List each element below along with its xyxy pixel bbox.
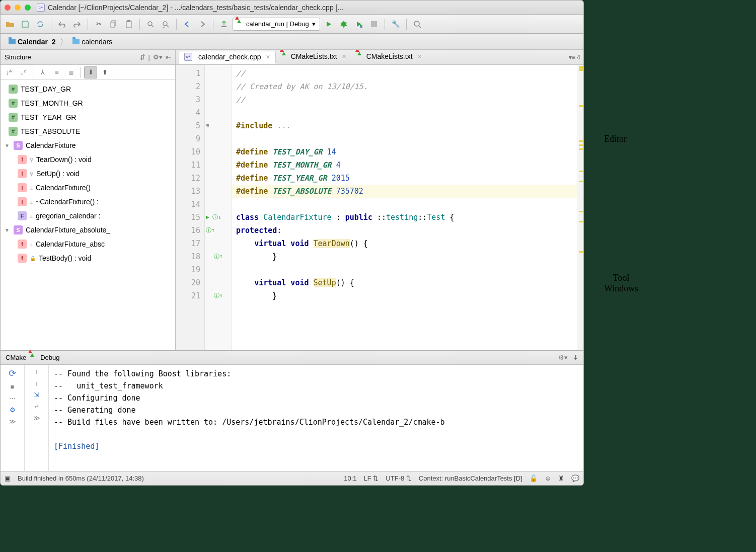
code-editor[interactable]: 123459101112131415161718192021 ⊞ ▶ ⓘ↓ ⓘ↑… — [176, 65, 583, 350]
code-area[interactable]: //// Created by AK on 13/10/15.// #inclu… — [232, 65, 577, 350]
svg-point-7 — [341, 22, 346, 27]
structure-tree[interactable]: #TEST_DAY_GR #TEST_MONTH_GR #TEST_YEAR_G… — [1, 80, 175, 350]
tree-member[interactable]: F⟂gregorian_calendar : — [1, 209, 175, 223]
run-config-label: calendar_run | Debug — [246, 20, 309, 28]
sync-icon[interactable] — [34, 18, 47, 31]
structure-toolbar: ↓ᴬ ↓ᶻ ⅄ ≡ ≣ ⬇ ⬆ — [1, 65, 175, 80]
close-tab-icon[interactable]: × — [342, 52, 346, 60]
replace-icon[interactable] — [159, 18, 172, 31]
tree-member[interactable]: f⚲TearDown() : void — [1, 152, 175, 167]
tree-class[interactable]: ▼SCalendarFixture_absolute_ — [1, 223, 175, 237]
tree-item[interactable]: #TEST_DAY_GR — [1, 82, 175, 96]
settings-icon[interactable]: ⚙ — [10, 406, 16, 414]
paste-icon[interactable] — [122, 18, 135, 31]
sort-alpha-icon[interactable]: ↓ᴬ — [3, 66, 16, 78]
tree-member[interactable]: f🔒TestBody() : void — [1, 251, 175, 265]
autoscroll-from-source-icon[interactable]: ⬆ — [98, 66, 111, 78]
more-icon[interactable]: ⋯ — [9, 395, 16, 402]
run-coverage-icon[interactable] — [352, 18, 365, 31]
folder-icon — [72, 39, 80, 44]
gear-icon[interactable]: ⚙▾ — [558, 354, 568, 361]
status-line-sep[interactable]: LF ⇅ — [364, 475, 379, 482]
settings-icon[interactable]: 🔧 — [389, 18, 402, 31]
maximize-window-button[interactable] — [25, 5, 31, 11]
tabs-overflow[interactable]: ▾≡ 4 — [569, 54, 580, 61]
cmake-console[interactable]: -- Found the following Boost libraries:-… — [49, 365, 583, 471]
breadcrumb-child[interactable]: calendars — [69, 38, 115, 46]
show-inherited-icon[interactable]: ⅄ — [36, 66, 49, 78]
editor-tabs: c+ calendar_check.cpp × CMakeLists.txt ×… — [176, 50, 583, 65]
memory-icon[interactable]: ♜ — [558, 475, 564, 482]
close-tab-icon[interactable]: × — [266, 53, 270, 61]
editor-tab[interactable]: c+ calendar_check.cpp × — [179, 51, 276, 64]
breadcrumb-root[interactable]: Calendar_2 — [6, 38, 58, 46]
up-arrow-icon[interactable]: ↑ — [35, 368, 38, 375]
filter-icon[interactable]: ≣ — [64, 66, 78, 78]
tree-member[interactable]: f⟂CalendarFixture_absc — [1, 237, 175, 251]
tree-item[interactable]: #TEST_YEAR_GR — [1, 110, 175, 124]
tree-class[interactable]: ▼SCalendarFixture — [1, 138, 175, 152]
svg-rect-8 — [360, 25, 362, 28]
close-tab-icon[interactable]: × — [418, 52, 422, 60]
stop-icon[interactable]: ■ — [11, 383, 15, 390]
debug-button[interactable] — [337, 18, 350, 31]
annotation-editor-label: Editor — [604, 134, 627, 144]
folder-icon — [9, 39, 16, 44]
divider-icon: | — [148, 53, 150, 61]
inspection-icon[interactable]: ☺ — [545, 475, 551, 482]
undo-icon[interactable] — [55, 18, 68, 31]
run-configuration-selector[interactable]: calendar_run | Debug ▾ — [233, 18, 320, 31]
status-encoding[interactable]: UTF-8 ⇅ — [386, 475, 411, 482]
chevron-right-icon: 〉 — [59, 36, 68, 48]
svg-rect-1 — [111, 22, 115, 27]
gear-icon[interactable]: ⚙▾ — [153, 53, 163, 61]
status-caret-pos[interactable]: 10:1 — [344, 475, 356, 482]
notifications-icon[interactable]: 💬 — [571, 475, 579, 482]
tree-item[interactable]: #TEST_MONTH_GR — [1, 96, 175, 110]
navigation-bar: Calendar_2 〉 calendars — [1, 34, 583, 50]
expand-all-icon[interactable]: ⇵ — [140, 53, 145, 61]
hide-icon[interactable]: ⇤ — [166, 53, 171, 61]
error-stripe[interactable] — [577, 65, 583, 350]
tree-member[interactable]: f⟂~CalendarFixture() : — [1, 195, 175, 209]
cut-icon[interactable]: ✂ — [92, 18, 105, 31]
cpp-file-icon: c+ — [37, 4, 45, 12]
wrap-icon[interactable]: ⤶ — [34, 403, 39, 410]
group-icon[interactable]: ≡ — [50, 66, 63, 78]
save-all-icon[interactable] — [19, 18, 32, 31]
minimize-window-button[interactable] — [15, 5, 21, 11]
tree-member[interactable]: f⚲SetUp() : void — [1, 167, 175, 181]
more3-icon[interactable]: ≫ — [33, 414, 40, 422]
nav-forward-icon[interactable] — [196, 18, 209, 31]
build-icon[interactable] — [217, 18, 231, 31]
annotation-tool-label: Tool Windows — [604, 273, 638, 294]
copy-icon[interactable] — [107, 18, 120, 31]
autoscroll-to-source-icon[interactable]: ⬇ — [84, 66, 97, 78]
download-icon[interactable]: ⬇ — [573, 354, 578, 361]
svg-rect-2 — [126, 21, 131, 28]
tool-window-toggle-icon[interactable]: ▣ — [5, 475, 11, 482]
down-arrow-icon[interactable]: ↓ — [35, 379, 38, 387]
run-button[interactable] — [322, 18, 335, 31]
find-icon[interactable] — [144, 18, 157, 31]
status-context[interactable]: Context: runBasicCalendarTests [D] — [419, 475, 522, 482]
breadcrumb-root-label: Calendar_2 — [18, 38, 55, 46]
tree-item[interactable]: #TEST_ABSOLUTE — [1, 124, 175, 138]
editor-tab[interactable]: CMakeLists.txt × — [277, 51, 351, 64]
search-everywhere-icon[interactable] — [411, 18, 424, 31]
close-window-button[interactable] — [5, 5, 11, 11]
nav-back-icon[interactable] — [181, 18, 194, 31]
reload-icon[interactable]: ⟳ — [9, 368, 16, 379]
window-controls — [5, 5, 31, 11]
more2-icon[interactable]: ≫ — [9, 418, 16, 425]
sort-visibility-icon[interactable]: ↓ᶻ — [17, 66, 30, 78]
lock-icon[interactable]: 🔓 — [530, 475, 538, 482]
stop-button[interactable] — [367, 18, 381, 31]
structure-header: Structure ⇵ | ⚙▾ ⇤ — [1, 50, 175, 65]
editor-tab[interactable]: CMakeLists.txt × — [352, 51, 427, 64]
open-icon[interactable] — [4, 18, 17, 31]
tree-member[interactable]: f⟂CalendarFixture() — [1, 181, 175, 195]
cmake-tab-label[interactable]: Debug — [40, 354, 59, 361]
redo-icon[interactable] — [70, 18, 84, 31]
export-icon[interactable]: ⇲ — [34, 391, 39, 399]
